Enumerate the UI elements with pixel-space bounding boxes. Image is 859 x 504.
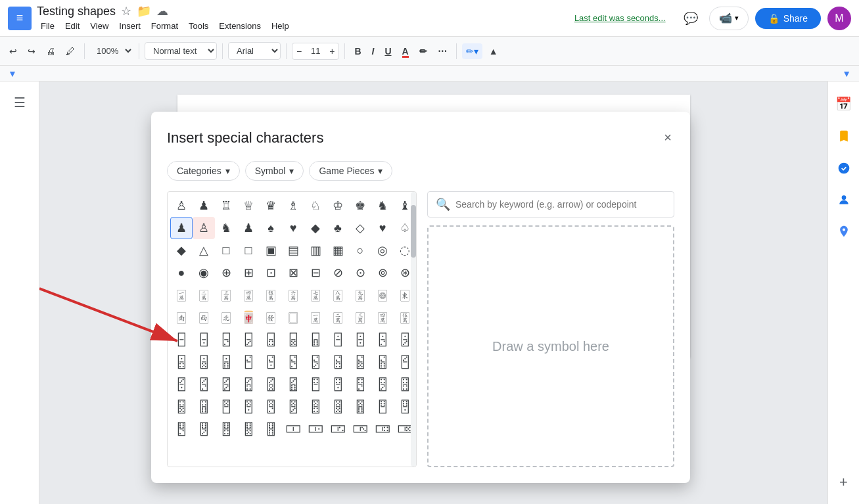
bold-button[interactable]: B — [350, 43, 365, 59]
menu-insert[interactable]: Insert — [115, 20, 145, 32]
symbol-cell[interactable]: ♟ — [237, 217, 260, 239]
symbol-cell[interactable]: 🂇 — [237, 396, 260, 418]
symbol-cell[interactable]: ♥ — [371, 217, 394, 239]
symbol-cell[interactable]: 🀉 — [215, 284, 237, 306]
symbol-cell[interactable]: 🀴 — [349, 418, 371, 440]
symbol-cell[interactable]: 🀉 — [349, 306, 371, 329]
symbol-cell[interactable]: 🀎 — [327, 284, 349, 306]
symbol-cell[interactable]: 🁫 — [349, 329, 371, 351]
maps-sidebar-button[interactable] — [833, 221, 854, 242]
symbol-cell[interactable]: 🁺 — [193, 373, 215, 396]
symbol-cell[interactable]: 🀍 — [304, 284, 327, 306]
doc-title[interactable]: Testing shapes — [37, 5, 116, 18]
symbol-cell[interactable]: ◆ — [304, 217, 327, 239]
symbol-cell[interactable]: 🁯 — [193, 351, 215, 373]
symbol-cell[interactable]: ♟ — [193, 195, 215, 217]
symbol-cell[interactable]: ▥ — [304, 239, 327, 262]
symbol-cell[interactable]: ♞ — [371, 195, 394, 217]
symbol-cell[interactable]: 🀃 — [215, 306, 237, 329]
italic-button[interactable]: I — [368, 43, 379, 59]
symbol-cell[interactable]: △ — [193, 239, 215, 262]
undo-button[interactable]: ↩ — [5, 43, 21, 59]
symbol-cell[interactable]: ♖ — [215, 195, 237, 217]
symbol-cell[interactable]: 🀅 — [260, 306, 282, 329]
symbol-cell[interactable]: 🂈 — [260, 396, 282, 418]
symbol-cell[interactable]: 🁲 — [260, 351, 282, 373]
symbol-cell[interactable]: ▦ — [327, 239, 349, 262]
menu-edit[interactable]: Edit — [61, 20, 83, 32]
symbol-cell[interactable]: 🂋 — [327, 396, 349, 418]
symbol-cell[interactable]: 🁶 — [349, 351, 371, 373]
symbol-cell[interactable]: ◎ — [371, 239, 394, 262]
zoom-select[interactable]: 100% 75% 150% — [90, 43, 133, 59]
symbol-cell[interactable]: ◉ — [193, 262, 215, 284]
font-size-input[interactable] — [306, 46, 325, 56]
underline-button[interactable]: U — [381, 43, 395, 59]
symbol-cell[interactable]: 🀏 — [349, 284, 371, 306]
outline-icon[interactable]: ☰ — [14, 95, 26, 110]
highlight-button[interactable]: ✏ — [415, 43, 431, 59]
menu-extensions[interactable]: Extensions — [215, 20, 265, 32]
symbol-cell[interactable]: 🀈 — [327, 306, 349, 329]
symbol-cell[interactable]: 🀙 — [371, 284, 394, 306]
tasks-sidebar-button[interactable] — [833, 158, 854, 179]
symbol-cell[interactable]: 🀁 — [170, 306, 193, 329]
symbol-cell[interactable]: ♚ — [349, 195, 371, 217]
symbol-cell[interactable]: 🀲 — [304, 418, 327, 440]
contacts-sidebar-button[interactable] — [833, 189, 854, 210]
symbol-cell[interactable]: ♞ — [215, 217, 237, 239]
menu-file[interactable]: File — [37, 20, 58, 32]
symbol-cell[interactable]: 🁬 — [371, 329, 394, 351]
font-select[interactable]: Arial — [228, 42, 281, 60]
print-button[interactable]: 🖨 — [42, 43, 59, 59]
more-options-button[interactable]: ⋯ — [434, 43, 451, 59]
menu-help[interactable]: Help — [267, 20, 293, 32]
symbol-cell[interactable]: 🂊 — [304, 396, 327, 418]
symbol-filter-button[interactable]: Symbol ▾ — [245, 161, 304, 181]
symbol-cell[interactable]: 🁣 — [170, 329, 193, 351]
symbol-cell[interactable]: 🀇 — [304, 306, 327, 329]
symbol-cell[interactable]: 🁦 — [237, 329, 260, 351]
symbol-cell[interactable]: 🀳 — [327, 418, 349, 440]
menu-tools[interactable]: Tools — [185, 20, 212, 32]
font-size-increase-button[interactable]: + — [325, 43, 338, 59]
symbol-cell[interactable]: ⊡ — [260, 262, 282, 284]
font-color-button[interactable]: A — [398, 43, 413, 59]
game-pieces-filter-button[interactable]: Game Pieces ▾ — [309, 161, 392, 181]
symbol-cell[interactable]: ♥ — [282, 217, 304, 239]
symbol-cell[interactable]: ⊞ — [237, 262, 260, 284]
symbol-cell[interactable]: 🀌 — [282, 284, 304, 306]
symbol-cell[interactable]: 🁨 — [282, 329, 304, 351]
paint-format-button[interactable]: 🖊 — [62, 43, 79, 59]
symbol-cell[interactable]: 🂀 — [327, 373, 349, 396]
grid-scrollbar[interactable] — [411, 192, 416, 467]
collapse-toolbar-button[interactable]: ▲ — [485, 43, 502, 59]
symbol-cell[interactable]: 🁻 — [215, 373, 237, 396]
symbol-cell[interactable]: 🂏 — [170, 418, 193, 440]
symbol-cell[interactable]: ♘ — [304, 195, 327, 217]
menu-format[interactable]: Format — [147, 20, 182, 32]
symbol-cell[interactable]: 🂅 — [193, 396, 215, 418]
add-sidebar-button[interactable]: + — [839, 474, 848, 491]
symbol-cell[interactable]: 🂆 — [215, 396, 237, 418]
symbol-cell[interactable]: ♟ — [170, 217, 193, 239]
symbol-cell[interactable]: ⊟ — [304, 262, 327, 284]
symbol-cell[interactable]: 🂓 — [260, 418, 282, 440]
symbol-cell[interactable]: 🂂 — [371, 373, 394, 396]
symbol-cell[interactable]: ▣ — [260, 239, 282, 262]
symbol-cell[interactable]: □ — [215, 239, 237, 262]
paragraph-style-select[interactable]: Normal text — [145, 42, 217, 60]
symbol-cell[interactable]: 🁴 — [304, 351, 327, 373]
symbol-cell[interactable]: ♔ — [327, 195, 349, 217]
symbol-cell[interactable]: 🀈 — [193, 284, 215, 306]
comment-button[interactable]: 💬 — [679, 7, 703, 30]
symbol-cell[interactable]: ▤ — [282, 239, 304, 262]
symbol-cell[interactable]: ♙ — [193, 217, 215, 239]
menu-view[interactable]: View — [86, 20, 112, 32]
symbol-cell[interactable]: 🁵 — [327, 351, 349, 373]
symbol-cell[interactable]: 🁾 — [282, 373, 304, 396]
keep-sidebar-button[interactable] — [833, 126, 854, 147]
symbol-cell[interactable]: 🀵 — [371, 418, 394, 440]
symbol-cell[interactable]: 🁥 — [215, 329, 237, 351]
symbol-cell[interactable]: ♣ — [327, 217, 349, 239]
